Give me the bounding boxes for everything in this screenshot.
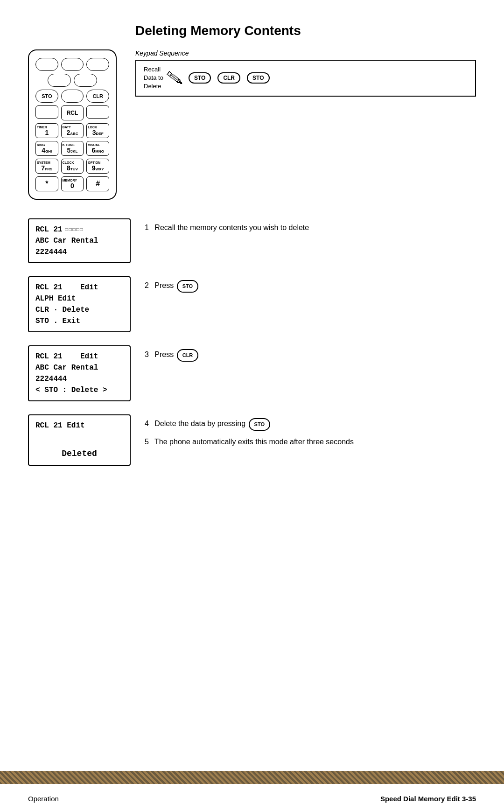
step-desc-2: 2 Press STO <box>145 276 476 293</box>
step-desc-4: 4 Delete the data by pressing STO <box>145 418 476 431</box>
step-row-1: RCL 21 □□□□□ ABC Car Rental 2224444 1 Re… <box>28 218 476 263</box>
step-text-3: Press <box>154 350 175 358</box>
lcd-text-1-1: RCL 21 <box>35 224 63 235</box>
step-num-4: 4 <box>145 420 149 427</box>
seq-sto-2: STO <box>247 72 269 84</box>
hand-icon: 🖉 <box>168 70 183 87</box>
lcd-line-3-4: < STO : Delete > <box>35 385 123 396</box>
steps-section: RCL 21 □□□□□ ABC Car Rental 2224444 1 Re… <box>28 218 476 466</box>
lcd-line-1-2: ABC Car Rental <box>35 235 123 246</box>
key-oval-3 <box>86 58 109 71</box>
lcd-deleted: Deleted <box>35 448 123 460</box>
lcd-line-1-3: 2224444 <box>35 246 123 258</box>
keypad-row-4: RCL <box>35 105 109 120</box>
key-clr-top: CLR <box>86 90 109 103</box>
step-desc-3: 3 Press CLR <box>145 345 476 362</box>
key-2: BATT 2ABC <box>61 123 84 138</box>
step-desc-45: 4 Delete the data by pressing STO 5 The … <box>145 414 476 448</box>
key-blank-right <box>86 105 109 119</box>
keypad-row-6: RING 4GHI K TONE 5JKL VISUAL 6MNO <box>35 141 109 156</box>
step-3-button: CLR <box>177 349 199 362</box>
keypad-row-7: SYSTEM 7PRS CLOCK 8TUV OPTION 9WXY <box>35 159 109 174</box>
step-text-5: The phone automatically exits this mode … <box>154 438 354 446</box>
seq-sto-1: STO <box>189 72 211 84</box>
step-num-1: 1 <box>145 224 149 231</box>
sequence-box: RecallData toDelete 🖉 STO CLR STO <box>135 60 476 97</box>
key-star: * <box>35 176 58 191</box>
keypad-sequence-label: Keypad Sequence <box>135 49 476 57</box>
lcd-display-4: RCL 21 Edit Deleted <box>28 414 131 466</box>
recall-label: RecallData toDelete <box>144 65 163 91</box>
lcd-display-3: RCL 21 Edit ABC Car Rental 2224444 < STO… <box>28 345 131 401</box>
lcd-line-2-1: RCL 21 Edit <box>35 282 123 293</box>
step-row-2: RCL 21 Edit ALPH Edit CLR · Delete STO .… <box>28 276 476 332</box>
page-title: Deleting Memory Contents <box>135 23 476 38</box>
footer-labels: Operation Speed Dial Memory Edit 3-35 <box>28 795 476 803</box>
key-4: RING 4GHI <box>35 141 58 156</box>
step-row-45: RCL 21 Edit Deleted 4 Delete the data by… <box>28 414 476 466</box>
step-text-2: Press <box>154 281 175 289</box>
step-row-3: RCL 21 Edit ABC Car Rental 2224444 < STO… <box>28 345 476 401</box>
lcd-line-3-1: RCL 21 Edit <box>35 351 123 362</box>
lcd-display-1: RCL 21 □□□□□ ABC Car Rental 2224444 <box>28 218 131 263</box>
keypad-illustration: STO CLR RCL TIMER 1 BATT 2ABC <box>28 49 117 200</box>
lcd-display-2: RCL 21 Edit ALPH Edit CLR · Delete STO .… <box>28 276 131 332</box>
lcd-line-3-2: ABC Car Rental <box>35 362 123 373</box>
keypad-row-1 <box>35 58 109 71</box>
step-num-3: 3 <box>145 350 149 358</box>
step-2-button: STO <box>177 280 198 293</box>
key-sto-top: STO <box>35 90 58 103</box>
key-7: SYSTEM 7PRS <box>35 159 58 174</box>
footer-right: Speed Dial Memory Edit 3-35 <box>380 795 476 803</box>
lcd-line-2-4: STO . Exit <box>35 315 123 327</box>
step-desc-1: 1 Recall the memory contents you wish to… <box>145 218 476 233</box>
step-num-5: 5 <box>145 438 149 446</box>
key-8: CLOCK 8TUV <box>61 159 84 174</box>
key-hash: # <box>86 176 109 191</box>
key-oval-1 <box>35 58 58 71</box>
footer-left: Operation <box>28 795 59 803</box>
step-4-button: STO <box>249 418 270 431</box>
key-oval-2 <box>61 58 84 71</box>
step-desc-5: 5 The phone automatically exits this mod… <box>145 436 476 448</box>
keypad-row-3: STO CLR <box>35 90 109 103</box>
key-oval-4 <box>48 74 71 87</box>
key-0: MEMORY 0 <box>61 176 84 191</box>
key-1: TIMER 1 <box>35 123 58 138</box>
footer-bar <box>0 771 504 784</box>
lcd-line-4-1: RCL 21 Edit <box>35 420 123 431</box>
step-text-1: Recall the memory contents you wish to d… <box>154 224 309 231</box>
lcd-line-3-3: 2224444 <box>35 373 123 385</box>
key-6: VISUAL 6MNO <box>86 141 109 156</box>
lcd-line-2-3: CLR · Delete <box>35 304 123 315</box>
key-blank-middle <box>61 90 84 103</box>
step-num-2: 2 <box>145 281 149 289</box>
key-9: OPTION 9WXY <box>86 159 109 174</box>
key-rcl: RCL <box>61 105 84 120</box>
step-text-4: Delete the data by pressing <box>154 420 247 427</box>
seq-clr: CLR <box>217 72 240 84</box>
lcd-line-2-2: ALPH Edit <box>35 293 123 304</box>
key-3: LOCK 3DEF <box>86 123 109 138</box>
lcd-dots-1: □□□□□ <box>65 226 84 233</box>
keypad-row-5: TIMER 1 BATT 2ABC LOCK 3DEF <box>35 123 109 138</box>
lcd-line-1-1: RCL 21 □□□□□ <box>35 224 123 235</box>
key-blank-left <box>35 105 58 119</box>
key-oval-5 <box>74 74 97 87</box>
keypad-row-8: * MEMORY 0 # <box>35 176 109 191</box>
key-5: K TONE 5JKL <box>61 141 84 156</box>
keypad-right: Keypad Sequence RecallData toDelete 🖉 ST… <box>135 49 476 200</box>
keypad-row-2 <box>35 74 109 87</box>
